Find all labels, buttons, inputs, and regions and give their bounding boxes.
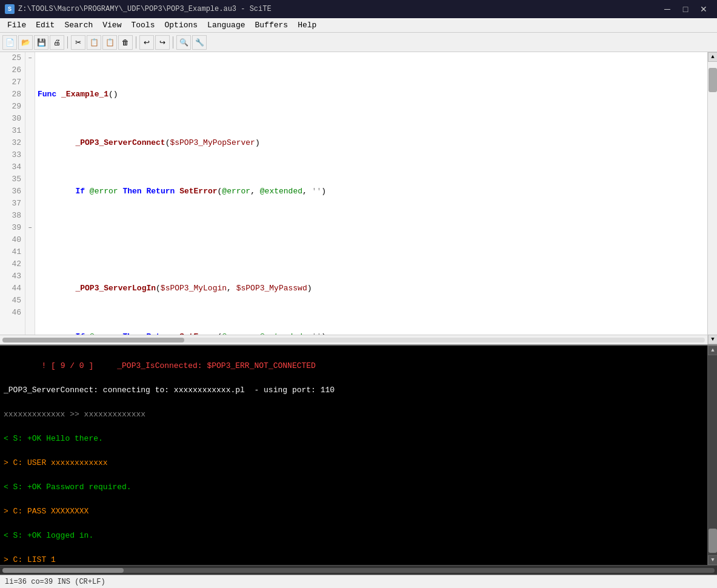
console-line-5: > C: USER xxxxxxxxxxxx xyxy=(4,458,108,467)
editor-scroll-down[interactable]: ▼ xyxy=(708,335,717,344)
line-num-38: 38 xyxy=(4,210,21,222)
menu-options[interactable]: Options xyxy=(159,19,202,31)
fold-column: − − xyxy=(25,52,35,344)
line-num-25: 25 xyxy=(4,52,21,64)
toolbar-copy[interactable]: 📋 xyxy=(87,35,101,50)
line-numbers: 25 26 27 28 29 30 31 32 33 34 35 36 37 3… xyxy=(0,52,25,344)
line-num-30: 30 xyxy=(4,113,21,125)
console-line-4: < S: +OK Hello there. xyxy=(4,434,103,443)
line-num-27: 27 xyxy=(4,76,21,89)
fold-25[interactable]: − xyxy=(25,52,35,64)
console-wrapper: ! [ 9 / 0 ] _POP3_IsConnected: $POP3_ERR… xyxy=(0,346,717,565)
console-scroll-down[interactable]: ▼ xyxy=(708,555,717,565)
toolbar-print[interactable]: 🖨 xyxy=(50,35,64,50)
editor-scrollbar[interactable]: ▲ ▼ xyxy=(707,52,717,344)
console-scroll-thumb[interactable] xyxy=(709,529,717,553)
toolbar-sep1 xyxy=(67,36,68,48)
editor-area: 25 26 27 28 29 30 31 32 33 34 35 36 37 3… xyxy=(0,52,717,344)
line-num-45: 45 xyxy=(4,295,21,307)
menubar: File Edit Search View Tools Options Lang… xyxy=(0,18,717,33)
line-num-41: 41 xyxy=(4,246,21,258)
line-num-31: 31 xyxy=(4,125,21,137)
console-line-9: > C: LIST 1 xyxy=(4,555,56,564)
line-num-28: 28 xyxy=(4,89,21,101)
toolbar-sep2 xyxy=(136,36,136,48)
minimize-button[interactable]: ─ xyxy=(659,2,676,16)
menu-file[interactable]: File xyxy=(2,19,31,31)
restore-button[interactable]: □ xyxy=(677,2,694,16)
line-num-43: 43 xyxy=(4,270,21,282)
console-scrollbar[interactable]: ▲ ▼ xyxy=(707,346,717,565)
titlebar: S Z:\TOOLS\Macro\PROGRAMY\_UDF\POP3\POP3… xyxy=(0,0,717,18)
menu-view[interactable]: View xyxy=(98,19,126,31)
code-container[interactable]: 25 26 27 28 29 30 31 32 33 34 35 36 37 3… xyxy=(0,52,717,344)
console-line-7: > C: PASS XXXXXXXX xyxy=(4,507,88,516)
code-line-27: If @error Then Return SetError(@error, @… xyxy=(38,185,705,198)
line-num-39: 39 xyxy=(4,222,21,234)
app-icon: S xyxy=(5,4,15,14)
console-content[interactable]: ! [ 9 / 0 ] _POP3_IsConnected: $POP3_ERR… xyxy=(0,346,707,565)
console-line-1: ! [ 9 / 0 ] _POP3_IsConnected: $POP3_ERR… xyxy=(41,361,315,370)
console-hscroll-track[interactable] xyxy=(2,568,715,573)
toolbar-sep3 xyxy=(173,36,173,48)
toolbar: 📄 📂 💾 🖨 ✂ 📋 📋 🗑 ↩ ↪ 🔍 🔧 xyxy=(0,33,717,52)
line-num-44: 44 xyxy=(4,282,21,295)
menu-tools[interactable]: Tools xyxy=(126,19,159,31)
line-num-37: 37 xyxy=(4,198,21,210)
console-line-2: _POP3_ServerConnect: connecting to: xxxx… xyxy=(4,386,335,395)
toolbar-undo[interactable]: ↩ xyxy=(139,35,154,50)
toolbar-save[interactable]: 💾 xyxy=(34,35,48,50)
statusbar-text: li=36 co=39 INS (CR+LF) xyxy=(5,578,105,586)
line-num-36: 36 xyxy=(4,185,21,198)
code-line-26: _POP3_ServerConnect($sPOP3_MyPopServer) xyxy=(38,137,705,149)
editor-hscroll[interactable] xyxy=(0,335,707,344)
editor-hscroll-thumb[interactable] xyxy=(2,338,184,342)
editor-scroll-up[interactable]: ▲ xyxy=(708,52,717,62)
fold-39[interactable]: − xyxy=(25,222,35,234)
line-num-40: 40 xyxy=(4,234,21,246)
console-scroll-track[interactable] xyxy=(708,355,717,555)
toolbar-find[interactable]: 🔍 xyxy=(176,35,191,50)
line-num-32: 32 xyxy=(4,137,21,149)
line-num-26: 26 xyxy=(4,64,21,76)
toolbar-open[interactable]: 📂 xyxy=(18,35,33,50)
toolbar-replace[interactable]: 🔧 xyxy=(192,35,207,50)
console-line-3: xxxxxxxxxxxxx >> xxxxxxxxxxxxx xyxy=(4,410,145,419)
titlebar-controls: ─ □ ✕ xyxy=(659,2,712,16)
titlebar-left: S Z:\TOOLS\Macro\PROGRAMY\_UDF\POP3\POP3… xyxy=(5,4,272,14)
main: 25 26 27 28 29 30 31 32 33 34 35 36 37 3… xyxy=(0,52,717,575)
editor-hscroll-track[interactable] xyxy=(2,338,705,342)
console-scroll-up[interactable]: ▲ xyxy=(708,346,717,355)
menu-language[interactable]: Language xyxy=(202,19,250,31)
line-num-46: 46 xyxy=(4,307,21,319)
statusbar: li=36 co=39 INS (CR+LF) xyxy=(0,575,717,588)
menu-edit[interactable]: Edit xyxy=(31,19,59,31)
menu-search[interactable]: Search xyxy=(59,19,98,31)
line-num-35: 35 xyxy=(4,173,21,185)
console-line-8: < S: +OK logged in. xyxy=(4,531,93,540)
line-num-42: 42 xyxy=(4,258,21,270)
toolbar-cut[interactable]: ✂ xyxy=(71,35,85,50)
kw-func: Func xyxy=(38,89,56,101)
menu-help[interactable]: Help xyxy=(293,19,321,31)
line-num-34: 34 xyxy=(4,161,21,173)
code-lines[interactable]: Func _Example_1() _POP3_ServerConnect($s… xyxy=(35,52,707,344)
console-area: ! [ 9 / 0 ] _POP3_IsConnected: $POP3_ERR… xyxy=(0,344,717,575)
menu-buffers[interactable]: Buffers xyxy=(250,19,293,31)
titlebar-title: Z:\TOOLS\Macro\PROGRAMY\_UDF\POP3\POP3_E… xyxy=(18,5,272,13)
editor-scroll-track[interactable] xyxy=(708,62,717,335)
code-line-25: Func _Example_1() xyxy=(38,89,705,101)
toolbar-paste[interactable]: 📋 xyxy=(102,35,117,50)
toolbar-new[interactable]: 📄 xyxy=(2,35,17,50)
console-hscroll-thumb[interactable] xyxy=(2,568,124,573)
toolbar-redo[interactable]: ↪ xyxy=(155,35,170,50)
fn-example1: _Example_1 xyxy=(61,89,108,101)
editor-scroll-thumb[interactable] xyxy=(709,68,717,92)
console-line-6: < S: +OK Password required. xyxy=(4,483,132,492)
close-button[interactable]: ✕ xyxy=(695,2,712,16)
toolbar-delete[interactable]: 🗑 xyxy=(118,35,133,50)
code-line-28 xyxy=(38,234,705,246)
line-num-33: 33 xyxy=(4,149,21,161)
line-num-29: 29 xyxy=(4,101,21,113)
console-hscroll[interactable] xyxy=(0,565,717,575)
